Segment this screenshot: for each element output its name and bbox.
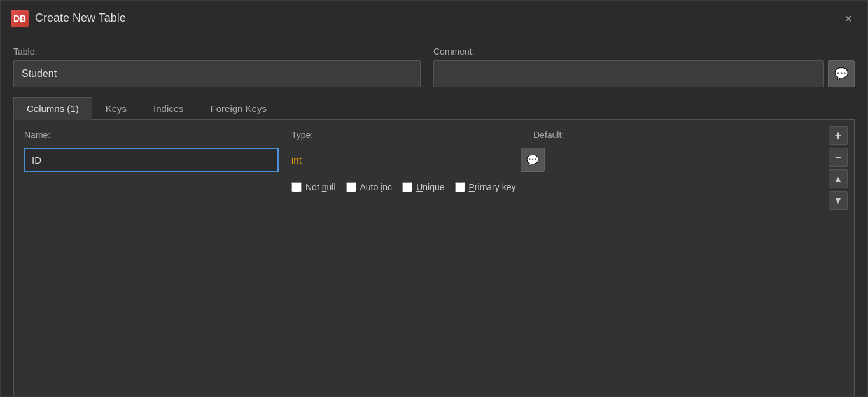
comment-form-group: Comment: 💬 [433,46,855,87]
move-up-button[interactable]: ▲ [829,169,848,188]
tab-indices[interactable]: Indices [140,97,197,119]
col-type-header: Type: [291,130,533,140]
app-icon-text: DB [13,13,26,24]
col-name-header: Name: [24,130,291,140]
checkboxes-row: Not null Auto inc Unique Primary key [24,182,844,192]
dialog-title: Create New Table [35,11,126,25]
auto-inc-checkbox[interactable] [346,182,356,192]
col-default-area: 💬 [521,148,844,172]
col-comment-button[interactable]: 💬 [521,148,545,172]
app-icon: DB [11,10,29,27]
table-input[interactable] [13,60,421,87]
tab-columns[interactable]: Columns (1) [13,97,92,120]
unique-label: Unique [416,182,444,192]
dialog-content: Table: Comment: 💬 Columns (1) Keys [1,36,867,396]
col-comment-icon: 💬 [526,154,539,166]
add-column-button[interactable]: + [829,126,848,145]
column-field-row: int 💬 [24,148,844,172]
auto-inc-label: Auto inc [360,182,393,192]
checkbox-auto-inc[interactable]: Auto inc [346,182,393,192]
tab-bar: Columns (1) Keys Indices Foreign Keys [13,97,855,120]
remove-column-button[interactable]: − [829,148,848,167]
tab-keys[interactable]: Keys [92,97,140,119]
title-bar: DB Create New Table × [1,1,867,36]
comment-input[interactable] [433,60,824,87]
table-form-group: Table: [13,46,421,87]
column-form: Name: Type: Default: int 💬 [24,130,844,192]
col-name-input[interactable] [24,148,279,172]
move-down-button[interactable]: ▼ [829,191,848,210]
comment-button[interactable]: 💬 [828,60,855,87]
primary-key-label: Primary key [469,182,516,192]
comment-label: Comment: [433,46,855,57]
col-type-value: int [291,155,521,165]
comment-row: 💬 [433,60,855,87]
table-label: Table: [13,46,421,57]
create-table-dialog: DB Create New Table × Table: Comment: 💬 [0,0,868,397]
not-null-checkbox[interactable] [291,182,302,192]
side-buttons: + − ▲ ▼ [829,126,848,210]
close-button[interactable]: × [839,10,857,27]
checkbox-not-null[interactable]: Not null [291,182,336,192]
form-row: Table: Comment: 💬 [13,46,855,87]
comment-icon: 💬 [834,67,848,81]
col-default-header: Default: [533,130,844,140]
primary-key-checkbox[interactable] [455,182,465,192]
column-header-row: Name: Type: Default: [24,130,844,140]
checkbox-unique[interactable]: Unique [402,182,444,192]
not-null-label: Not null [305,182,336,192]
tab-foreign-keys[interactable]: Foreign Keys [197,97,280,119]
tab-content-columns: Name: Type: Default: int 💬 [13,120,855,396]
unique-checkbox[interactable] [402,182,412,192]
title-bar-left: DB Create New Table [11,10,126,27]
checkbox-primary-key[interactable]: Primary key [455,182,516,192]
